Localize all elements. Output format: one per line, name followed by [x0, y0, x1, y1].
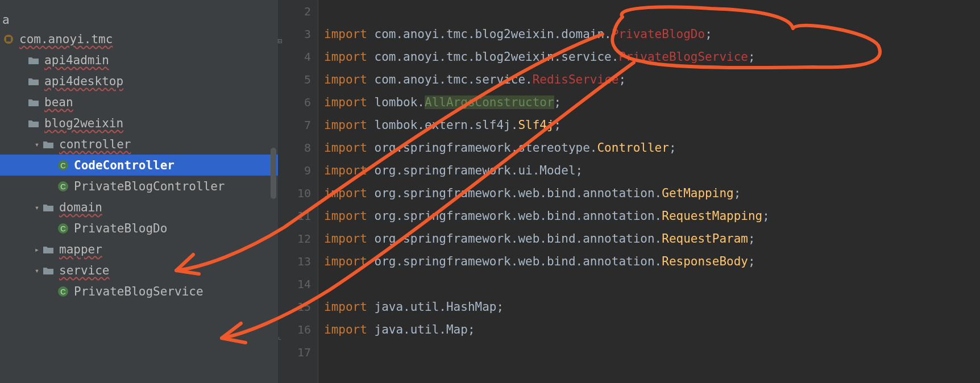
code-line[interactable]: import org.springframework.web.bind.anno…	[324, 182, 980, 205]
code-line[interactable]: import com.anoyi.tmc.service.RedisServic…	[324, 68, 980, 91]
line-number: 2	[279, 0, 318, 23]
svg-text:C: C	[60, 288, 65, 296]
tree-folder-blog2weixin[interactable]: blog2weixin	[0, 113, 279, 134]
line-number: 7	[279, 114, 318, 136]
line-number: 17	[279, 341, 318, 364]
tree-item-label: PrivateBlogService	[74, 285, 204, 298]
tree-class-CodeController[interactable]: CCodeController	[0, 155, 279, 176]
line-number: 4	[279, 45, 318, 68]
class-icon: C	[57, 285, 69, 298]
code-line[interactable]: import org.springframework.web.bind.anno…	[324, 205, 980, 227]
folder-icon	[42, 201, 55, 214]
line-number: 16⌞	[279, 318, 318, 341]
chevron-icon[interactable]: ▸	[32, 245, 42, 254]
code-line[interactable]: import java.util.HashMap;	[324, 295, 980, 318]
folder-icon	[42, 138, 55, 151]
code-line[interactable]	[324, 341, 980, 364]
chevron-icon[interactable]: ▾	[32, 266, 42, 275]
chevron-icon[interactable]: ▾	[32, 140, 42, 149]
tree-item-label: api4admin	[44, 53, 109, 67]
editor-gutter: 23⊟45678910111213141516⌞17	[279, 0, 318, 383]
line-number: 5	[279, 68, 318, 91]
tree-item-label: api4desktop	[44, 74, 123, 88]
line-number: 9	[279, 159, 318, 182]
tree-file-partial[interactable]: a	[0, 11, 279, 28]
line-number: 12	[279, 227, 318, 250]
line-number: 15	[279, 295, 318, 318]
code-line[interactable]	[324, 0, 980, 23]
tree-package-root[interactable]: com.anoyi.tmc	[0, 28, 279, 49]
project-tree[interactable]: a com.anoyi.tmc api4adminapi4desktopbean…	[0, 0, 279, 383]
code-line[interactable]: import lombok.AllArgsConstructor;	[324, 91, 980, 114]
line-number: 14	[279, 273, 318, 295]
code-line[interactable]: import lombok.extern.slf4j.Slf4j;	[324, 114, 980, 136]
tree-folder-api4admin[interactable]: api4admin	[0, 49, 279, 70]
tree-class-PrivateBlogDo[interactable]: CPrivateBlogDo	[0, 218, 279, 239]
line-number: 10	[279, 182, 318, 205]
tree-item-label: bean	[44, 95, 73, 109]
tree-class-PrivateBlogService[interactable]: CPrivateBlogService	[0, 281, 279, 302]
tree-item-label: service	[59, 264, 110, 277]
code-line[interactable]: import org.springframework.web.bind.anno…	[324, 227, 980, 250]
svg-text:C: C	[60, 224, 65, 233]
tree-class-PrivateBlogController[interactable]: CPrivateBlogController	[0, 176, 279, 197]
code-line[interactable]: import com.anoyi.tmc.blog2weixin.domain.…	[324, 23, 980, 45]
tree-folder-mapper[interactable]: ▸mapper	[0, 239, 279, 260]
line-number: 11	[279, 205, 318, 227]
tree-item-label: controller	[59, 138, 131, 151]
svg-rect-1	[6, 37, 11, 41]
folder-icon	[27, 117, 40, 130]
folder-icon	[27, 96, 40, 109]
sidebar-scrollbar[interactable]	[271, 148, 276, 199]
code-line[interactable]: import java.util.Map;	[324, 318, 980, 341]
code-editor[interactable]: import com.anoyi.tmc.blog2weixin.domain.…	[318, 0, 980, 383]
line-number: 8	[279, 136, 318, 159]
class-icon: C	[57, 180, 69, 193]
folder-icon	[42, 264, 55, 277]
code-line[interactable]: import org.springframework.ui.Model;	[324, 159, 980, 182]
tree-item-label: mapper	[59, 243, 102, 256]
chevron-icon[interactable]: ▾	[32, 203, 42, 212]
line-number: 13	[279, 250, 318, 273]
class-icon: C	[57, 159, 69, 172]
line-number: 6	[279, 91, 318, 114]
tree-item-label: blog2weixin	[44, 116, 123, 130]
tree-item-label: PrivateBlogDo	[74, 222, 167, 235]
tree-folder-bean[interactable]: bean	[0, 91, 279, 113]
folder-icon	[27, 75, 40, 88]
tree-item-label: PrivateBlogController	[74, 180, 225, 193]
folder-icon	[42, 243, 55, 256]
tree-folder-api4desktop[interactable]: api4desktop	[0, 70, 279, 91]
code-line[interactable]: import org.springframework.stereotype.Co…	[324, 136, 980, 159]
tree-package-label: com.anoyi.tmc	[19, 32, 113, 46]
code-line[interactable]	[324, 273, 980, 295]
tree-item-label: domain	[59, 201, 102, 214]
tree-item-label: CodeController	[74, 159, 175, 172]
svg-text:C: C	[60, 182, 65, 191]
tree-folder-domain[interactable]: ▾domain	[0, 197, 279, 218]
code-line[interactable]: import org.springframework.web.bind.anno…	[324, 250, 980, 273]
code-line[interactable]: import com.anoyi.tmc.blog2weixin.service…	[324, 45, 980, 68]
package-icon	[2, 33, 15, 45]
class-icon: C	[57, 222, 69, 235]
line-number: 3⊟	[279, 23, 318, 45]
tree-folder-service[interactable]: ▾service	[0, 260, 279, 281]
tree-folder-controller[interactable]: ▾controller	[0, 134, 279, 155]
folder-icon	[27, 54, 40, 66]
svg-text:C: C	[60, 161, 65, 170]
tree-label: a	[2, 13, 10, 27]
